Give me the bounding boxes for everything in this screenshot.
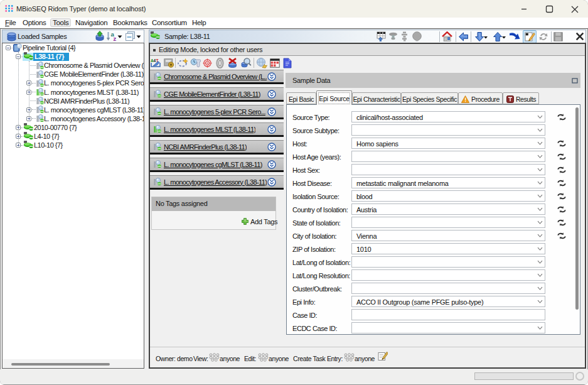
svg-text:z: z [114, 35, 117, 41]
